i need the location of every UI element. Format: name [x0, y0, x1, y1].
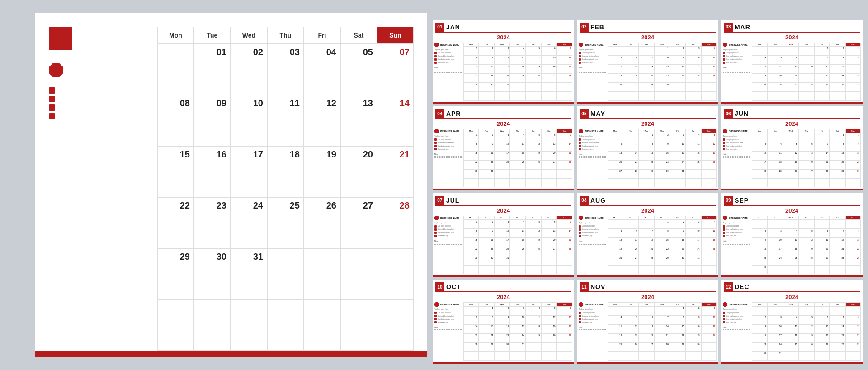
- mini-day-0-1: 2: [479, 47, 494, 56]
- mini-day-3-6: 25: [701, 74, 717, 83]
- mini-hcell-thu: Thu: [798, 302, 814, 306]
- mini-day-0-4: [814, 133, 830, 142]
- mini-day-4-5: 28: [830, 256, 845, 265]
- mini-day-4-0: 26: [608, 256, 623, 265]
- mini-day-4-6: 31: [845, 83, 861, 92]
- mini-top: 07JUL: [433, 193, 574, 205]
- mini-day-0-0: [608, 220, 623, 229]
- mini-day-1-4: 6: [814, 315, 830, 324]
- mini-day-5-0: [752, 92, 767, 101]
- mini-day-1-1: 3: [767, 229, 783, 238]
- mini-bottom-bar: [577, 102, 718, 104]
- mini-day-2-1: 11: [767, 151, 783, 160]
- mini-contact-phone: +00 (000) 000 000: [434, 225, 462, 228]
- day-20: 20: [340, 146, 377, 197]
- mini-day-4-2: 27: [639, 342, 654, 351]
- mini-day-5-0: [463, 265, 479, 274]
- mini-left: BUSINESS NAME Tagline goes here +00 (000…: [577, 215, 608, 275]
- mini-phone-icon: [434, 225, 437, 228]
- mini-day-5-6: [557, 92, 572, 101]
- mini-day-1-2: 10: [495, 56, 510, 65]
- mini-week-5: [463, 265, 572, 274]
- mini-day-5-1: [767, 265, 783, 274]
- mini-week-2: 9101112131415: [752, 324, 861, 333]
- mini-tagline: Tagline goes here: [434, 308, 462, 310]
- mini-hcell-thu: Thu: [510, 216, 525, 220]
- mini-day-4-1: 28: [623, 169, 638, 178]
- mini-day-1-3: 11: [510, 56, 525, 65]
- mini-day-0-1: [767, 220, 783, 229]
- mini-day-1-5: 13: [541, 56, 557, 65]
- mini-left: BUSINESS NAME Tagline goes here +00 (000…: [577, 42, 608, 102]
- mini-hcell-mon: Mon: [608, 43, 623, 47]
- mini-week-4: 28293031: [463, 342, 572, 351]
- mini-day-1-3: 10: [510, 315, 525, 324]
- mini-day-0-6: 6: [557, 306, 572, 315]
- mini-phone-icon: [723, 312, 725, 314]
- mini-day-5-6: [845, 92, 861, 101]
- mini-note-line-3: [723, 332, 750, 332]
- mini-biz-name: BUSINESS NAME: [440, 43, 459, 46]
- mini-hcell-tue: Tue: [767, 43, 783, 47]
- mini-hcell-tue: Tue: [767, 129, 783, 133]
- mini-cal-header: MonTueWedThuFriSatSun: [463, 129, 572, 133]
- mini-logo-row: BUSINESS NAME: [434, 302, 462, 307]
- mini-day-1-4: 8: [670, 315, 685, 324]
- mini-hcell-mon: Mon: [463, 129, 479, 133]
- mini-day-1-2: 6: [639, 315, 654, 324]
- mini-week-1: 45678910: [608, 315, 717, 324]
- mini-day-3-3: 24: [510, 333, 525, 342]
- mini-day-1-0: 2: [752, 229, 767, 238]
- mini-biz-name: BUSINESS NAME: [729, 43, 748, 46]
- d-e6: [340, 299, 377, 351]
- mini-cal-grid: MonTueWedThuFriSatSun1234567891011121314…: [752, 128, 863, 189]
- mini-cal-dec: 12DEC2024 BUSINESS NAME Tagline goes her…: [721, 280, 863, 364]
- mini-day-0-4: 5: [526, 220, 541, 229]
- mini-hcell-sat: Sat: [685, 43, 701, 47]
- mini-day-5-1: [767, 92, 783, 101]
- mini-day-1-1: 9: [479, 56, 494, 65]
- mini-num-box: 04: [435, 109, 444, 118]
- mini-top: 01JAN: [433, 20, 574, 32]
- mini-day-4-3: 29: [654, 256, 670, 265]
- mini-day-2-4: 19: [526, 65, 541, 74]
- mini-mail-icon: [434, 55, 437, 57]
- mini-day-4-6: [557, 83, 572, 92]
- mini-year: 2024: [577, 120, 718, 127]
- mini-hcell-fri: Fri: [814, 43, 830, 47]
- mini-day-3-2: 18: [783, 333, 798, 342]
- mini-month-name: OCT: [446, 284, 461, 290]
- mini-day-1-1: 6: [623, 56, 638, 65]
- mini-month-name: AUG: [590, 197, 606, 204]
- mini-day-4-5: 30: [685, 342, 701, 351]
- mini-cal-weeks: 1234567891011121314151617181920212223242…: [608, 306, 717, 361]
- mini-day-4-2: 29: [639, 169, 654, 178]
- mini-week-1: 891011121314: [463, 56, 572, 65]
- mini-day-4-1: 30: [479, 169, 494, 178]
- mini-week-4: 293031: [463, 256, 572, 265]
- mini-day-1-3: 9: [654, 142, 670, 151]
- mini-left: BUSINESS NAME Tagline goes here +00 (000…: [577, 301, 608, 362]
- mini-day-3-3: 21: [798, 74, 814, 83]
- mini-day-5-4: [526, 351, 541, 361]
- mini-day-3-0: 19: [608, 247, 623, 256]
- mini-hcell-sun: Sun: [701, 43, 717, 47]
- mini-week-3: 17181920212223: [752, 160, 861, 169]
- mini-day-0-6: 1: [845, 220, 861, 229]
- mini-day-3-3: 25: [510, 160, 525, 169]
- mini-mail-icon: [723, 315, 725, 317]
- mini-day-0-6: 7: [557, 133, 572, 142]
- mini-cal-jul: 07JUL2024 BUSINESS NAME Tagline goes her…: [433, 193, 574, 277]
- mini-day-1-6: 14: [557, 229, 572, 238]
- mini-day-1-2: 6: [783, 56, 798, 65]
- mini-hcell-tue: Tue: [479, 129, 494, 133]
- mini-day-2-3: 15: [654, 65, 670, 74]
- mini-day-4-6: [701, 83, 717, 92]
- mini-site-icon: [434, 232, 437, 234]
- mini-note-line-3: [579, 332, 606, 332]
- mini-day-3-1: 17: [767, 247, 783, 256]
- mini-week-4: 23242526272829: [752, 256, 861, 265]
- mini-day-5-1: [479, 92, 494, 101]
- mini-day-2-1: 10: [767, 324, 783, 333]
- mini-note-line-2: [434, 157, 462, 158]
